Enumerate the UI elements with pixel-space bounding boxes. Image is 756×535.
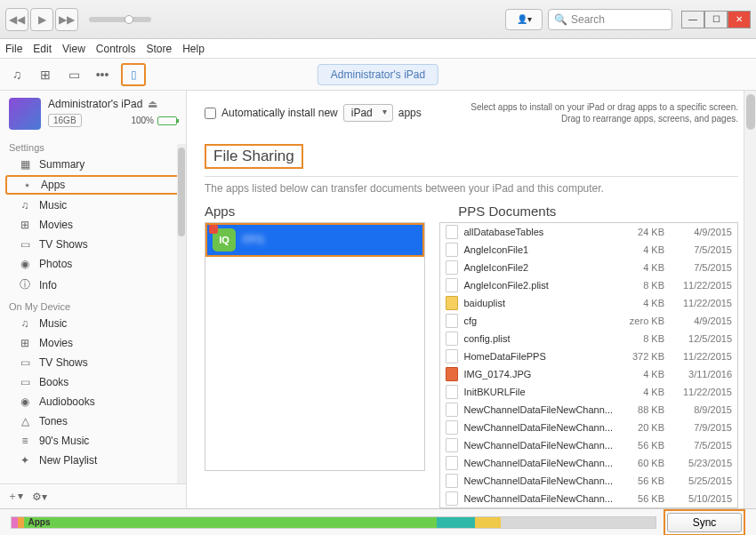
sidebar-item-movies[interactable]: ⊞Movies xyxy=(0,215,186,235)
sidebar-item-tv-shows[interactable]: ▭TV Shows xyxy=(0,353,186,372)
sidebar-icon: ◉ xyxy=(18,395,32,408)
close-button[interactable]: ✕ xyxy=(728,11,751,28)
sidebar-item-music[interactable]: ♫Music xyxy=(0,196,186,215)
sidebar-item-new-playlist[interactable]: ✦New Playlist xyxy=(0,451,186,470)
document-row[interactable]: InitBKURLFile4 KB11/22/2015 xyxy=(440,383,737,401)
play-button[interactable]: ▶ xyxy=(30,8,53,31)
menu-controls[interactable]: Controls xyxy=(96,43,136,55)
sidebar-item-apps[interactable]: ⭑Apps xyxy=(5,175,181,195)
device-section-label: On My Device xyxy=(0,296,186,314)
sidebar-item-label: Summary xyxy=(39,158,84,171)
document-row[interactable]: HomeDataFilePPS372 KB11/22/2015 xyxy=(440,347,737,365)
account-button[interactable]: 👤 ▾ xyxy=(505,9,543,30)
sidebar-icon: ◉ xyxy=(18,258,32,270)
sidebar-scrollbar[interactable] xyxy=(177,144,186,508)
maximize-button[interactable]: ☐ xyxy=(704,11,728,28)
tv-icon[interactable]: ▭ xyxy=(64,65,84,84)
document-row[interactable]: NewChannelDataFileNewChann...20 KB7/9/20… xyxy=(440,419,737,436)
auto-install-checkbox[interactable] xyxy=(205,108,216,119)
file-size: 56 KB xyxy=(618,493,664,504)
app-icon: IQ xyxy=(213,228,236,252)
menubar: File Edit View Controls Store Help xyxy=(0,39,756,59)
file-icon xyxy=(446,225,458,239)
auto-install-row: Automatically install new iPad apps Sele… xyxy=(205,101,738,124)
movies-icon[interactable]: ⊞ xyxy=(36,65,55,84)
document-row[interactable]: NewChannelDataFileNewChann...88 KB8/9/20… xyxy=(440,401,737,419)
document-row[interactable]: allDatabaseTables24 KB4/9/2015 xyxy=(440,223,737,241)
documents-list[interactable]: allDatabaseTables24 KB4/9/2015AngleIconF… xyxy=(439,222,738,508)
minimize-button[interactable]: — xyxy=(681,11,704,28)
sidebar-item-music[interactable]: ♫Music xyxy=(0,314,186,333)
document-row[interactable]: AngleIconFile14 KB7/5/2015 xyxy=(440,241,737,259)
sidebar-icon: ⊞ xyxy=(18,337,32,349)
file-sharing-subtitle: The apps listed below can transfer docum… xyxy=(205,182,738,195)
sidebar-item-tones[interactable]: △Tones xyxy=(0,411,186,431)
sidebar-item-label: 90's Music xyxy=(39,435,89,447)
document-row[interactable]: NewChannelDataFileNewChann...56 KB5/25/2… xyxy=(440,472,737,490)
menu-help[interactable]: Help xyxy=(182,43,205,55)
sidebar-item-tv-shows[interactable]: ▭TV Shows xyxy=(0,235,186,254)
storage-badge: 16GB xyxy=(48,114,82,127)
document-row[interactable]: IMG_0174.JPG4 KB3/11/2016 xyxy=(440,365,737,383)
document-row[interactable]: baiduplist4 KB11/22/2015 xyxy=(440,294,737,312)
file-icon xyxy=(446,260,458,275)
file-date: 11/22/2015 xyxy=(670,280,732,291)
window-controls: — ☐ ✕ xyxy=(681,11,751,28)
document-row[interactable]: NewChannelDataFileNewChann...56 KB7/5/20… xyxy=(440,436,737,454)
eject-icon[interactable]: ⏏ xyxy=(148,98,157,110)
sidebar-item-movies[interactable]: ⊞Movies xyxy=(0,333,186,353)
file-date: 8/9/2015 xyxy=(670,404,732,415)
music-icon[interactable]: ♫ xyxy=(7,65,27,84)
main-scrollbar[interactable] xyxy=(744,91,756,508)
device-pill[interactable]: Administrator's iPad xyxy=(318,64,438,85)
sidebar-item-label: TV Shows xyxy=(39,356,88,369)
more-icon[interactable]: ••• xyxy=(92,65,112,84)
file-size: 4 KB xyxy=(618,298,664,308)
menu-view[interactable]: View xyxy=(62,43,85,55)
gear-icon[interactable]: ⚙▾ xyxy=(32,491,47,503)
sidebar-icon: ⓘ xyxy=(18,277,32,292)
document-row[interactable]: NewChannelDataFileNewChann...60 KB5/23/2… xyxy=(440,454,737,472)
apps-list[interactable]: IQ PPS xyxy=(205,222,425,471)
device-icon[interactable]: ▯ xyxy=(121,63,146,86)
file-date: 5/23/2015 xyxy=(670,458,732,468)
document-row[interactable]: AngleIconFile24 KB7/5/2015 xyxy=(440,259,737,276)
sync-button[interactable]: Sync xyxy=(667,513,742,532)
sidebar-item-summary[interactable]: ▦Summary xyxy=(0,155,186,174)
battery-status: 100% xyxy=(131,116,177,125)
file-name: NewChannelDataFileNewChann... xyxy=(463,475,613,486)
next-button[interactable]: ▶▶ xyxy=(55,8,78,31)
document-row[interactable]: NewChannelDataFileNewChann...56 KB5/10/2… xyxy=(440,490,737,507)
prev-button[interactable]: ◀◀ xyxy=(5,8,28,31)
file-icon xyxy=(446,278,458,292)
document-row[interactable]: config.plist8 KB12/5/2015 xyxy=(440,330,737,347)
sidebar-item-label: TV Shows xyxy=(39,238,88,251)
app-row[interactable]: IQ PPS xyxy=(205,223,424,257)
auto-install-select[interactable]: iPad xyxy=(343,104,393,122)
document-row[interactable]: cfgzero KB4/9/2015 xyxy=(440,312,737,330)
device-name: Administrator's iPad xyxy=(48,98,142,110)
sidebar-icon: ♫ xyxy=(18,199,32,212)
search-input[interactable]: 🔍 Search xyxy=(548,9,672,30)
sidebar: Administrator's iPad ⏏ 16GB 100% Setting… xyxy=(0,91,187,508)
file-size: 24 KB xyxy=(618,227,664,237)
menu-store[interactable]: Store xyxy=(147,43,173,55)
file-icon xyxy=(446,349,458,363)
sidebar-item-90-s-music[interactable]: ≡90's Music xyxy=(0,431,186,451)
menu-edit[interactable]: Edit xyxy=(33,43,52,55)
sidebar-item-info[interactable]: ⓘInfo xyxy=(0,274,186,296)
add-button[interactable]: ＋▾ xyxy=(7,489,23,504)
sidebar-icon: ⊞ xyxy=(18,219,32,231)
sidebar-item-photos[interactable]: ◉Photos xyxy=(0,254,186,274)
sidebar-item-books[interactable]: ▭Books xyxy=(0,372,186,392)
sidebar-item-label: Movies xyxy=(39,337,73,349)
document-row[interactable]: AngleIconFile2.plist8 KB11/22/2015 xyxy=(440,276,737,294)
capacity-bar: Apps xyxy=(11,516,656,529)
sidebar-icon: △ xyxy=(18,415,32,427)
file-date: 11/22/2015 xyxy=(670,298,732,308)
sidebar-item-audiobooks[interactable]: ◉Audiobooks xyxy=(0,392,186,411)
sidebar-item-label: Books xyxy=(39,376,68,388)
menu-file[interactable]: File xyxy=(5,43,22,55)
volume-slider[interactable] xyxy=(89,17,151,22)
sidebar-item-label: Photos xyxy=(39,258,72,270)
